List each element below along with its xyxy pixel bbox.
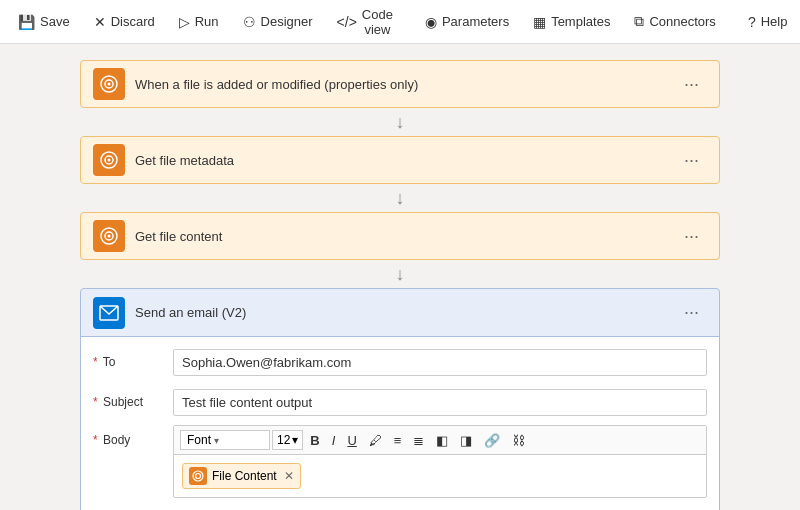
svg-point-5 — [108, 159, 111, 162]
designer-button[interactable]: ⚇ Designer — [233, 8, 323, 36]
step2-label: Get file metadata — [135, 153, 676, 168]
templates-label: Templates — [551, 14, 610, 29]
svg-point-10 — [193, 471, 203, 481]
flow-canvas: When a file is added or modified (proper… — [0, 44, 800, 510]
connectors-label: Connectors — [649, 14, 715, 29]
toolbar: 💾 Save ✕ Discard ▷ Run ⚇ Designer </> Co… — [0, 0, 800, 44]
parameters-button[interactable]: ◉ Parameters — [415, 8, 519, 36]
arrow3: ↓ — [80, 260, 720, 288]
step-trigger[interactable]: When a file is added or modified (proper… — [80, 60, 720, 108]
email-step-label: Send an email (V2) — [135, 305, 676, 320]
codeview-button[interactable]: </> Code view — [327, 1, 403, 43]
step3-label: Get file content — [135, 229, 676, 244]
run-button[interactable]: ▷ Run — [169, 8, 229, 36]
editor-toolbar: Font ▾ 12 ▾ B I U 🖊 ≡ ≣ ◧ — [174, 426, 706, 455]
svg-point-11 — [196, 474, 201, 479]
designer-label: Designer — [261, 14, 313, 29]
step1-label: When a file is added or modified (proper… — [135, 77, 676, 92]
save-button[interactable]: 💾 Save — [8, 8, 80, 36]
save-icon: 💾 — [18, 14, 35, 30]
metadata-icon — [93, 144, 125, 176]
parameters-icon: ◉ — [425, 14, 437, 30]
file-content-tag: File Content ✕ — [182, 463, 301, 489]
link-button[interactable]: 🔗 — [479, 431, 505, 450]
font-value: Font — [187, 433, 211, 447]
file-content-label: File Content — [212, 469, 277, 483]
discard-label: Discard — [111, 14, 155, 29]
editor-content[interactable]: File Content ✕ — [174, 455, 706, 497]
designer-icon: ⚇ — [243, 14, 256, 30]
body-editor: Font ▾ 12 ▾ B I U 🖊 ≡ ≣ ◧ — [173, 425, 707, 498]
codeview-label: Code view — [362, 7, 393, 37]
content-icon — [93, 220, 125, 252]
save-label: Save — [40, 14, 70, 29]
subject-label: * Subject — [93, 395, 173, 409]
email-form: * To * Subject * Body — [81, 337, 719, 510]
templates-icon: ▦ — [533, 14, 546, 30]
run-icon: ▷ — [179, 14, 190, 30]
templates-button[interactable]: ▦ Templates — [523, 8, 620, 36]
ordered-list-button[interactable]: ≣ — [408, 431, 429, 450]
size-chevron-icon: ▾ — [292, 433, 298, 447]
required-mark: * — [93, 355, 98, 369]
body-label: * Body — [93, 425, 173, 447]
to-label: * To — [93, 355, 173, 369]
unordered-list-button[interactable]: ≡ — [389, 431, 407, 450]
step3-more-icon[interactable]: ··· — [676, 222, 707, 251]
discard-icon: ✕ — [94, 14, 106, 30]
svg-point-8 — [108, 235, 111, 238]
font-size-select[interactable]: 12 ▾ — [272, 430, 303, 450]
to-input[interactable] — [173, 349, 707, 376]
body-row: * Body Font ▾ 12 ▾ B — [93, 425, 707, 498]
step-get-content[interactable]: Get file content ··· — [80, 212, 720, 260]
to-row: * To — [93, 345, 707, 379]
required-mark2: * — [93, 395, 98, 409]
email-more-icon[interactable]: ··· — [676, 298, 707, 327]
font-size-value: 12 — [277, 433, 290, 447]
file-content-icon — [189, 467, 207, 485]
email-step-header[interactable]: Send an email (V2) ··· — [81, 289, 719, 337]
parameters-label: Parameters — [442, 14, 509, 29]
connectors-icon: ⧉ — [634, 13, 644, 30]
arrow2: ↓ — [80, 184, 720, 212]
run-label: Run — [195, 14, 219, 29]
step-get-metadata[interactable]: Get file metadata ··· — [80, 136, 720, 184]
email-step: Send an email (V2) ··· * To * Subject — [80, 288, 720, 510]
subject-input[interactable] — [173, 389, 707, 416]
email-icon — [93, 297, 125, 329]
svg-point-2 — [108, 83, 111, 86]
codeview-icon: </> — [337, 14, 357, 30]
subject-row: * Subject — [93, 385, 707, 419]
align-left-button[interactable]: ◧ — [431, 431, 453, 450]
arrow1: ↓ — [80, 108, 720, 136]
font-select[interactable]: Font ▾ — [180, 430, 270, 450]
align-right-button[interactable]: ◨ — [455, 431, 477, 450]
step2-more-icon[interactable]: ··· — [676, 146, 707, 175]
help-icon: ? — [748, 14, 756, 30]
required-mark3: * — [93, 433, 98, 447]
highlight-button[interactable]: 🖊 — [364, 431, 387, 450]
help-label: Help — [761, 14, 788, 29]
unlink-button[interactable]: ⛓ — [507, 431, 530, 450]
trigger-icon — [93, 68, 125, 100]
underline-button[interactable]: U — [342, 431, 361, 450]
connectors-button[interactable]: ⧉ Connectors — [624, 7, 725, 36]
italic-button[interactable]: I — [327, 431, 341, 450]
step1-more-icon[interactable]: ··· — [676, 70, 707, 99]
file-content-close-icon[interactable]: ✕ — [284, 469, 294, 483]
font-chevron-icon: ▾ — [214, 435, 219, 446]
help-button[interactable]: ? Help — [738, 8, 798, 36]
discard-button[interactable]: ✕ Discard — [84, 8, 165, 36]
bold-button[interactable]: B — [305, 431, 324, 450]
